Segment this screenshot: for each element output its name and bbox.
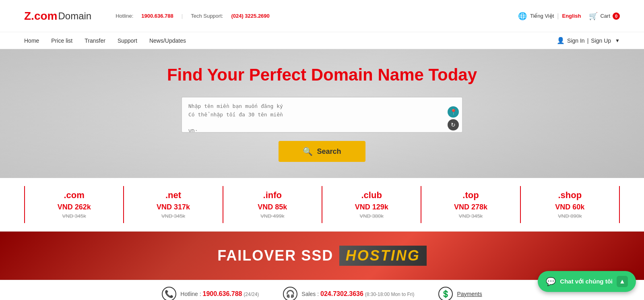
language-selector: 🌐 Tiếng Việt | English xyxy=(518,12,581,21)
domain-top[interactable]: .top VND 278k VND 345k xyxy=(421,186,520,223)
payments-icon: 💲 xyxy=(438,287,453,300)
nav-price-list[interactable]: Price list xyxy=(51,37,72,44)
search-icon-buttons: 📍 ↻ xyxy=(448,106,459,130)
logo[interactable]: Z.com Domain xyxy=(24,10,91,23)
search-button-label: Search xyxy=(317,147,341,156)
sign-up-link[interactable]: Sign Up xyxy=(591,37,611,44)
nav-support[interactable]: Support xyxy=(118,37,137,44)
domain-shop-original: VND 890k xyxy=(529,213,611,219)
domain-com-ext: .com xyxy=(33,190,115,201)
tech-support-label: Tech Support: xyxy=(191,13,223,19)
footer-sales-info: Sales : 024.7302.3636 (8:30-18:00 Mon to… xyxy=(301,290,414,298)
auth-divider: | xyxy=(587,37,589,44)
domain-info-price: VND 85k xyxy=(231,203,314,211)
nav-transfer[interactable]: Transfer xyxy=(85,37,105,44)
domain-shop-price: VND 60k xyxy=(529,203,611,211)
refresh-icon[interactable]: ↻ xyxy=(448,119,459,130)
chat-icon: 💬 xyxy=(546,277,556,286)
domain-club-original: VND 380k xyxy=(330,213,413,219)
nav-home[interactable]: Home xyxy=(24,37,39,44)
cart-area[interactable]: 🛒 Cart 0 xyxy=(589,12,620,21)
domain-club[interactable]: .club VND 129k VND 380k xyxy=(322,186,421,223)
chat-label: Chat với chúng tôi xyxy=(560,278,613,285)
chat-collapse-button[interactable]: ▲ xyxy=(617,276,628,287)
footer-sales-label: Sales : xyxy=(301,291,319,297)
sign-in-link[interactable]: Sign In xyxy=(567,37,585,44)
contact-divider: | xyxy=(182,13,183,19)
cart-badge: 0 xyxy=(613,12,620,20)
domain-club-ext: .club xyxy=(330,190,413,201)
domain-info-ext: .info xyxy=(231,190,314,201)
pin-icon[interactable]: 📍 xyxy=(448,106,459,118)
footer-sales-sub: (8:30-18:00 Mon to Fri) xyxy=(365,292,415,297)
user-icon: 👤 xyxy=(557,37,565,44)
lang-english-button[interactable]: English xyxy=(562,13,581,19)
banner-content: FAILOVER SSD HOSTING xyxy=(217,246,427,266)
header-right: 🌐 Tiếng Việt | English 🛒 Cart 0 xyxy=(518,12,620,21)
footer-hotline-label: Hotline : xyxy=(180,291,201,297)
domain-shop[interactable]: .shop VND 60k VND 890k xyxy=(521,186,620,223)
domain-info[interactable]: .info VND 85k VND 499k xyxy=(223,186,322,223)
tech-support-number[interactable]: (024) 3225.2690 xyxy=(231,13,269,19)
banner-hosting-wrap: HOSTING xyxy=(339,246,427,266)
domain-com[interactable]: .com VND 262k VND 345k xyxy=(24,186,124,223)
domain-prices-section: .com VND 262k VND 345k .net VND 317k VND… xyxy=(0,178,644,232)
domain-top-original: VND 345k xyxy=(429,213,512,219)
nav-news-updates[interactable]: News/Updates xyxy=(149,37,186,44)
phone-icon: 📞 xyxy=(162,287,176,300)
navigation: Home Price list Transfer Support News/Up… xyxy=(0,32,644,49)
domain-top-ext: .top xyxy=(429,190,512,201)
hotline-number[interactable]: 1900.636.788 xyxy=(141,13,173,19)
domain-search-input[interactable] xyxy=(181,97,463,133)
banner-hosting-text: HOSTING xyxy=(346,247,420,264)
search-magnifier-icon: 🔍 xyxy=(303,147,313,156)
search-area: 📍 ↻ 🔍 Search xyxy=(181,97,463,162)
domain-shop-ext: .shop xyxy=(529,190,611,201)
footer-hotline-number[interactable]: 1900.636.788 xyxy=(203,290,242,297)
lang-divider: | xyxy=(557,12,559,20)
cart-label: Cart xyxy=(600,13,610,19)
lang-viet-button[interactable]: Tiếng Việt xyxy=(530,13,554,19)
footer-sales-number[interactable]: 024.7302.3636 xyxy=(320,290,363,297)
hotline-label: Hotline: xyxy=(116,13,133,19)
domain-net-original: VND 345k xyxy=(132,213,214,219)
domain-club-price: VND 129k xyxy=(330,203,413,211)
footer-payments[interactable]: 💲 Payments xyxy=(438,287,482,300)
domain-com-original: VND 345k xyxy=(33,213,115,219)
footer-sales: 🎧 Sales : 024.7302.3636 (8:30-18:00 Mon … xyxy=(283,287,414,300)
domain-net-price: VND 317k xyxy=(132,203,214,211)
cart-icon: 🛒 xyxy=(589,12,598,21)
hero-title: Find Your Perfect Domain Name Today xyxy=(167,65,477,85)
footer-hotline: 📞 Hotline : 1900.636.788 (24/24) xyxy=(162,287,259,300)
search-box-wrapper: 📍 ↻ xyxy=(181,97,463,134)
header: Z.com Domain Hotline: 1900.636.788 | Tec… xyxy=(0,0,644,32)
nav-auth[interactable]: 👤 Sign In | Sign Up ▼ xyxy=(557,37,620,44)
search-button[interactable]: 🔍 Search xyxy=(279,141,365,162)
domain-info-original: VND 499k xyxy=(231,213,314,219)
chat-button[interactable]: 💬 Chat với chúng tôi ▲ xyxy=(538,271,636,292)
footer-hotline-info: Hotline : 1900.636.788 (24/24) xyxy=(180,290,259,298)
domain-net[interactable]: .net VND 317k VND 345k xyxy=(124,186,223,223)
hero-section: Find Your Perfect Domain Name Today 📍 ↻ … xyxy=(0,49,644,178)
domain-net-ext: .net xyxy=(132,190,214,201)
footer-hotline-sub: (24/24) xyxy=(244,292,259,297)
domain-com-price: VND 262k xyxy=(33,203,115,211)
nav-links: Home Price list Transfer Support News/Up… xyxy=(24,37,557,44)
domain-top-price: VND 278k xyxy=(429,203,512,211)
header-contact: Hotline: 1900.636.788 | Tech Support: (0… xyxy=(116,13,518,19)
dropdown-chevron-icon[interactable]: ▼ xyxy=(615,38,620,43)
logo-domain-text: Domain xyxy=(58,10,91,22)
globe-icon: 🌐 xyxy=(518,12,527,21)
headset-icon: 🎧 xyxy=(283,287,297,300)
banner-failover-text: FAILOVER SSD xyxy=(217,247,333,264)
logo-zcom-text: Z.com xyxy=(24,10,57,23)
payments-link[interactable]: Payments xyxy=(457,291,482,297)
